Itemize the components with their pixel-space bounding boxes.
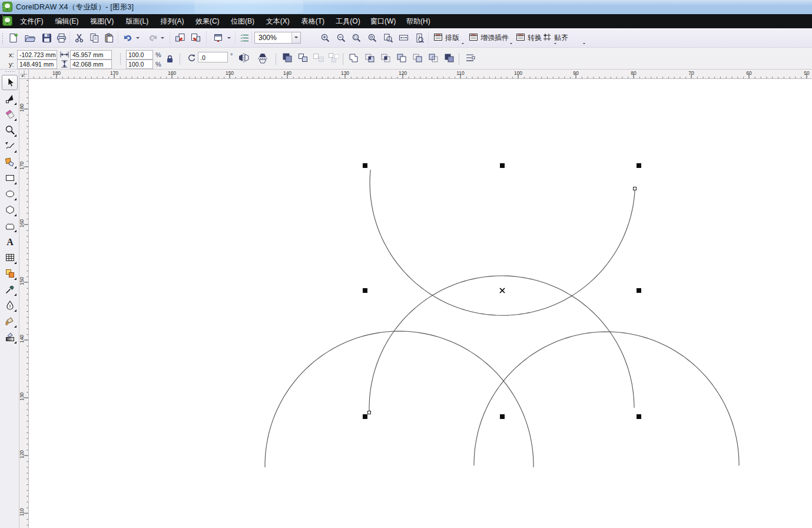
- cut-button[interactable]: [72, 31, 86, 45]
- top-circle-arc[interactable]: [370, 170, 635, 315]
- save-button[interactable]: [39, 31, 54, 45]
- selection-handle[interactable]: [637, 414, 641, 419]
- menu-item-4[interactable]: 版面(L): [120, 14, 155, 28]
- ungroup-all-button[interactable]: [327, 52, 340, 64]
- text-tool[interactable]: A: [2, 234, 18, 249]
- crop-tool[interactable]: [2, 107, 18, 122]
- convert-plugin-button[interactable]: 转换: [516, 31, 542, 45]
- redo-button[interactable]: [145, 31, 160, 45]
- weld-button[interactable]: [347, 52, 362, 64]
- shape-tool[interactable]: [2, 91, 18, 106]
- import-button[interactable]: [173, 31, 187, 45]
- interactive-fill-flyout-arrow[interactable]: [14, 341, 16, 344]
- export-button[interactable]: [188, 31, 203, 45]
- blend-tool[interactable]: [2, 266, 18, 281]
- zoom-page-button[interactable]: [381, 31, 395, 45]
- selection-handle[interactable]: [500, 414, 505, 419]
- layout-plugin-button[interactable]: 排版: [433, 31, 459, 45]
- scale-x-field[interactable]: 100.0: [126, 50, 153, 60]
- smart-fill-flyout-arrow[interactable]: [14, 166, 16, 169]
- new-button[interactable]: [6, 31, 20, 45]
- zoom-level-dropdown[interactable]: [291, 32, 300, 43]
- zoom-in-button[interactable]: [318, 31, 332, 45]
- curve-end-node[interactable]: [634, 187, 637, 190]
- mirror-horizontal-button[interactable]: [237, 52, 250, 64]
- menu-item-6[interactable]: 效果(C): [190, 14, 225, 28]
- freehand-flyout-arrow[interactable]: [14, 150, 16, 153]
- vertical-ruler[interactable]: 110120130140150160170180: [19, 79, 29, 528]
- simplify-button[interactable]: [395, 52, 409, 64]
- fill-flyout-arrow[interactable]: [14, 325, 16, 328]
- ellipse-tool[interactable]: [2, 186, 18, 202]
- zoom-page-width-button[interactable]: [396, 31, 410, 45]
- enhance-plugin-button[interactable]: 增强插件: [469, 31, 509, 45]
- rotation-field[interactable]: .0: [198, 52, 228, 62]
- blend-flyout-arrow[interactable]: [14, 278, 16, 280]
- menu-item-9[interactable]: 表格(T): [296, 14, 331, 28]
- horizontal-ruler[interactable]: 5060708090100110120130140150160170180: [29, 70, 812, 79]
- bottom-left-circle-arc[interactable]: [265, 331, 533, 467]
- y-position-field[interactable]: 148.491 mm: [17, 60, 57, 69]
- convert-to-curves-button[interactable]: [464, 52, 477, 64]
- selection-handle[interactable]: [637, 288, 641, 293]
- eyedropper-tool[interactable]: [2, 282, 18, 297]
- trim-button[interactable]: [363, 52, 377, 64]
- selection-center-mark[interactable]: [500, 288, 505, 293]
- paste-button[interactable]: [102, 31, 116, 45]
- outline-flyout-arrow[interactable]: [14, 309, 16, 312]
- application-launcher-button[interactable]: [211, 31, 225, 45]
- intersect-button[interactable]: [379, 52, 393, 64]
- selection-handle[interactable]: [363, 414, 367, 419]
- table-tool[interactable]: [2, 250, 18, 265]
- polygon-tool[interactable]: [2, 202, 18, 217]
- toolbox-grip[interactable]: [5, 71, 15, 72]
- outline-tool[interactable]: [2, 298, 18, 313]
- selection-handle[interactable]: [363, 163, 367, 168]
- bottom-right-circle-arc[interactable]: [474, 332, 739, 466]
- crop-flyout-arrow[interactable]: [14, 118, 16, 121]
- rectangle-tool[interactable]: [2, 170, 18, 186]
- menu-item-1[interactable]: 文件(F): [14, 14, 49, 28]
- scale-y-field[interactable]: 100.0: [126, 60, 153, 69]
- create-boundary-button[interactable]: [443, 52, 457, 64]
- interactive-fill-tool[interactable]: [2, 329, 18, 345]
- ellipse-flyout-arrow[interactable]: [14, 198, 16, 200]
- ungroup-button[interactable]: [312, 52, 325, 64]
- drawing-canvas[interactable]: [29, 80, 812, 528]
- selection-handle[interactable]: [637, 163, 641, 168]
- zoom-level-combo[interactable]: 300%: [254, 32, 301, 44]
- menu-item-8[interactable]: 文本(X): [260, 14, 296, 28]
- wireframe-button[interactable]: [281, 52, 294, 64]
- options-button[interactable]: [237, 31, 251, 45]
- document-menu-icon[interactable]: [2, 16, 12, 26]
- snap-button[interactable]: 贴齐: [542, 31, 568, 45]
- menu-item-10[interactable]: 工具(O): [330, 14, 366, 28]
- scale-lock-icon[interactable]: [165, 54, 174, 64]
- x-position-field[interactable]: -102.723 mm: [17, 50, 57, 60]
- print-button[interactable]: [54, 31, 68, 45]
- selection-handle[interactable]: [363, 288, 367, 293]
- group-button[interactable]: [297, 52, 310, 64]
- undo-button[interactable]: [121, 31, 135, 45]
- zoom-flyout-arrow[interactable]: [14, 134, 16, 137]
- zoom-page-height-button[interactable]: [412, 31, 426, 45]
- polygon-flyout-arrow[interactable]: [14, 214, 16, 216]
- menu-item-7[interactable]: 位图(B): [225, 14, 260, 28]
- undo-dropdown[interactable]: [134, 31, 141, 45]
- smart-fill-tool[interactable]: [2, 154, 18, 170]
- redo-dropdown[interactable]: [159, 31, 165, 45]
- menu-item-11[interactable]: 窗口(W): [366, 14, 401, 28]
- application-launcher-dropdown[interactable]: [226, 31, 232, 45]
- middle-circle-arc[interactable]: [369, 276, 634, 412]
- ruler-origin-corner[interactable]: [19, 70, 29, 79]
- curve-end-node[interactable]: [368, 411, 371, 414]
- rectangle-flyout-arrow[interactable]: [14, 182, 16, 184]
- propbar-grip[interactable]: [2, 5, 4, 16]
- copy-button[interactable]: [87, 31, 101, 45]
- back-minus-front-button[interactable]: [427, 52, 441, 64]
- zoom-selected-button[interactable]: [349, 31, 363, 45]
- object-width-field[interactable]: 45.957 mm: [70, 50, 112, 60]
- mirror-vertical-button[interactable]: [257, 52, 270, 64]
- basic-shapes-flyout-arrow[interactable]: [14, 230, 16, 232]
- object-height-field[interactable]: 42.068 mm: [70, 60, 112, 69]
